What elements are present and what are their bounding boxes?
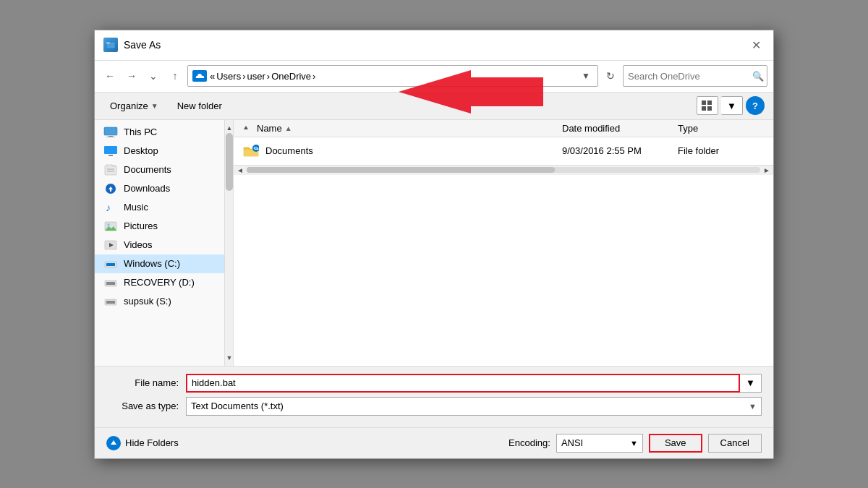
filename-dropdown-button[interactable]: ▼: [740, 374, 762, 393]
file-type: File folder: [678, 145, 765, 156]
recent-locations-button[interactable]: ⌄: [144, 67, 163, 85]
breadcrumb-sep1: ›: [242, 71, 245, 82]
close-button[interactable]: ✕: [747, 36, 765, 53]
column-name[interactable]: Name ▲: [257, 123, 562, 134]
sidebar-item-supsuk-s[interactable]: supsuk (S:): [95, 292, 224, 311]
address-bar[interactable]: « Users › user › OneDrive › ▼: [187, 65, 598, 87]
sidebar-item-recovery-d[interactable]: RECOVERY (D:): [95, 273, 224, 292]
encoding-dropdown-arrow: ▼: [630, 439, 638, 448]
music-icon: ♪: [103, 202, 118, 213]
column-type[interactable]: Type: [678, 123, 765, 134]
help-button[interactable]: ?: [746, 96, 765, 115]
svg-rect-2: [702, 100, 706, 105]
save-button[interactable]: Save: [649, 434, 702, 453]
breadcrumb-users[interactable]: Users: [216, 71, 241, 82]
search-input[interactable]: [628, 71, 749, 82]
windows-c-icon: [103, 258, 118, 270]
scroll-track[interactable]: [247, 167, 760, 173]
sidebar-item-music[interactable]: ♪ Music: [95, 198, 224, 217]
organize-dropdown-icon: ▼: [151, 102, 158, 110]
horizontal-scrollbar[interactable]: ◄ ►: [234, 165, 773, 175]
view-dropdown-button[interactable]: ▼: [721, 96, 743, 115]
sidebar-item-videos[interactable]: Videos: [95, 236, 224, 254]
file-area: Name ▲ Date modified Type: [234, 120, 773, 366]
svg-marker-31: [111, 440, 116, 445]
up-button[interactable]: ↑: [166, 67, 184, 85]
new-folder-button[interactable]: New folder: [171, 97, 229, 115]
scroll-left-button[interactable]: ◄: [235, 165, 245, 175]
onedrive-icon: [192, 70, 207, 82]
search-box: 🔍: [623, 65, 767, 87]
address-dropdown-button[interactable]: ▼: [579, 71, 593, 81]
dialog-icon: [103, 38, 118, 52]
sidebar-item-label: Videos: [124, 239, 153, 250]
cancel-button[interactable]: Cancel: [708, 434, 762, 453]
forward-button[interactable]: →: [122, 67, 141, 85]
documents-icon: [103, 164, 118, 176]
column-date[interactable]: Date modified: [562, 123, 678, 134]
search-icon: 🔍: [752, 71, 764, 82]
sidebar-item-label: This PC: [124, 127, 157, 137]
sort-indicator: [242, 123, 257, 134]
breadcrumb-sep2: ›: [267, 71, 270, 82]
svg-rect-25: [106, 282, 115, 285]
sidebar-item-label: Documents: [124, 164, 171, 175]
refresh-button[interactable]: ↻: [601, 67, 620, 85]
column-headers: Name ▲ Date modified Type: [234, 120, 773, 137]
file-name: Documents: [265, 145, 562, 156]
pictures-icon: [103, 221, 118, 232]
savetype-row: Save as type: Text Documents (*.txt) ▼: [106, 397, 762, 416]
sidebar-item-desktop[interactable]: Desktop: [95, 142, 224, 160]
scroll-down-arrow[interactable]: ▼: [226, 353, 233, 363]
svg-rect-27: [106, 301, 115, 304]
sidebar-item-label: Desktop: [124, 145, 158, 156]
svg-text:♪: ♪: [106, 202, 111, 213]
encoding-value: ANSI: [561, 437, 583, 448]
hide-folders-icon: [106, 436, 121, 450]
sidebar-scrollbar[interactable]: ▲ ▼: [225, 120, 234, 366]
svg-rect-4: [702, 106, 706, 111]
videos-icon: [103, 239, 118, 251]
folder-icon: [242, 144, 260, 158]
organize-label: Organize: [110, 100, 148, 111]
sidebar-item-windows-c[interactable]: Windows (C:): [95, 254, 224, 273]
sidebar-item-label: supsuk (S:): [124, 296, 171, 307]
svg-point-18: [107, 223, 110, 226]
table-row[interactable]: Documents 9/03/2016 2:55 PM File folder: [234, 140, 773, 162]
scroll-up-arrow[interactable]: ▲: [226, 123, 233, 133]
desktop-icon: [103, 145, 118, 157]
organize-button[interactable]: Organize ▼: [103, 97, 165, 115]
toolbar: Organize ▼ New folder ▼ ?: [95, 93, 773, 120]
back-button[interactable]: ←: [101, 67, 119, 85]
sidebar-item-downloads[interactable]: Downloads: [95, 179, 224, 198]
svg-rect-5: [707, 106, 712, 111]
encoding-dropdown[interactable]: ANSI ▼: [556, 434, 643, 453]
file-list: Documents 9/03/2016 2:55 PM File folder: [234, 137, 773, 165]
new-folder-label: New folder: [177, 100, 222, 111]
scroll-thumb[interactable]: [226, 133, 233, 191]
scroll-thumb[interactable]: [247, 167, 555, 173]
encoding-section: Encoding: ANSI ▼: [509, 434, 643, 453]
filename-input[interactable]: [186, 374, 740, 393]
breadcrumb-user[interactable]: user: [247, 71, 265, 82]
sidebar-item-label: Windows (C:): [124, 258, 180, 269]
svg-rect-8: [106, 137, 115, 137]
scroll-right-button[interactable]: ►: [762, 165, 772, 175]
filename-label: File name:: [106, 377, 186, 388]
breadcrumb-onedrive[interactable]: OneDrive: [271, 71, 311, 82]
svg-rect-10: [109, 155, 113, 156]
downloads-icon: [103, 183, 118, 194]
hide-folders-button[interactable]: Hide Folders: [106, 436, 179, 450]
sidebar-item-pictures[interactable]: Pictures: [95, 217, 224, 236]
view-button[interactable]: [697, 96, 718, 115]
bottom-actions: Hide Folders Encoding: ANSI ▼ Save Cance…: [95, 427, 773, 458]
breadcrumb-sep3: ›: [312, 71, 315, 82]
svg-rect-9: [104, 146, 117, 154]
sidebar-item-label: Downloads: [124, 183, 170, 194]
hide-folders-label: Hide Folders: [125, 437, 179, 448]
bottom-form: File name: ▼ Save as type: Text Document…: [95, 366, 773, 427]
this-pc-icon: [103, 127, 118, 138]
sidebar-item-this-pc[interactable]: This PC: [95, 123, 224, 142]
savetype-dropdown[interactable]: Text Documents (*.txt) ▼: [186, 397, 762, 416]
sidebar-item-documents[interactable]: Documents: [95, 160, 224, 179]
